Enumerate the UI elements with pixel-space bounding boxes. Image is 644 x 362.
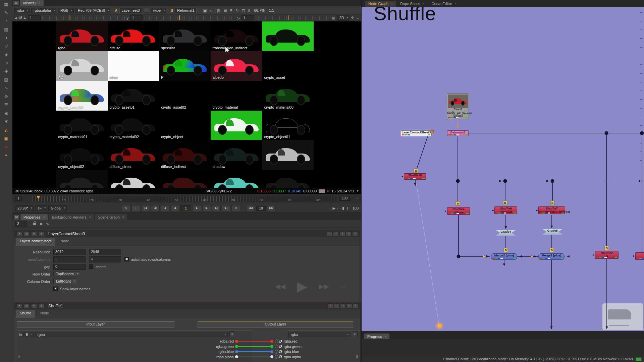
list-icon[interactable]: ≡	[352, 331, 358, 337]
list-icon[interactable]: ≡	[229, 331, 235, 337]
pane-menu-icon[interactable]: ▤	[13, 215, 19, 220]
roi-icon[interactable]: ▣	[203, 8, 207, 13]
range-end-field[interactable]: 100	[339, 196, 350, 201]
channel-dot[interactable]	[270, 350, 273, 353]
deep-tools-icon[interactable]: ⊚	[0, 92, 12, 101]
channel-dot[interactable]	[235, 345, 238, 348]
rows-field[interactable]: 3	[53, 256, 86, 262]
input-a-field[interactable]: Laye...eet3	[119, 8, 142, 13]
close-icon[interactable]: ×	[422, 2, 424, 5]
colorpick-icon[interactable]: □	[327, 231, 332, 236]
drag-grip[interactable]: ⠿	[18, 355, 20, 359]
close-icon[interactable]: ×	[391, 2, 393, 5]
close-icon[interactable]: ×	[122, 216, 124, 219]
wipe-select[interactable]: wipe	[151, 8, 166, 13]
plugin-b-icon[interactable]: ▣	[0, 134, 12, 142]
gap-field[interactable]: 0	[53, 264, 86, 270]
3d-tools-icon[interactable]: ▧	[0, 75, 12, 84]
grid-icon[interactable]: ⊞	[332, 16, 335, 20]
transport-button[interactable]: ▶|	[222, 205, 230, 211]
fps-select[interactable]: 23.98*	[15, 205, 34, 211]
split-icon[interactable]: ⊟	[224, 8, 227, 13]
proxy-icon[interactable]: ◻	[242, 8, 245, 13]
prev-icon[interactable]: ◀	[14, 16, 17, 20]
auto-rows-checkbox[interactable]: ✖	[124, 257, 129, 261]
in-source-select[interactable]: B	[23, 332, 33, 337]
lock-icon[interactable]: ▮	[342, 206, 344, 210]
channel-toggle[interactable]	[275, 345, 278, 348]
plugin-d-icon[interactable]: ●	[0, 151, 12, 159]
close-icon[interactable]: ×	[39, 1, 41, 5]
resolution-height-field[interactable]: 2048	[89, 249, 121, 255]
float-icon[interactable]: ⇄	[31, 231, 37, 236]
close-icon[interactable]: ×	[385, 335, 386, 338]
pan-icon[interactable]: ✣	[351, 16, 354, 20]
colorspace-select[interactable]: Rec.709 (ACES)	[75, 8, 110, 13]
framerange-select[interactable]: Global	[48, 205, 67, 211]
gain-slider[interactable]	[42, 16, 125, 20]
manage-icon[interactable]: ψ	[39, 231, 44, 236]
format-icon[interactable]: ▭	[210, 8, 214, 13]
frame-dec-button[interactable]: ◀◀	[246, 205, 255, 211]
close-icon[interactable]: ×	[352, 231, 358, 236]
timeline-ruler[interactable]: 1102030405060708090100	[32, 196, 336, 202]
node-Read6[interactable]: Read6Studio_car_02.1.exr(default)	[447, 94, 469, 119]
input-layer-select[interactable]: rgba	[35, 332, 228, 337]
resolution-width-field[interactable]: 3072	[53, 249, 86, 255]
draw-tools-icon[interactable]: ✎	[0, 8, 12, 17]
center-icon[interactable]: ◎	[24, 303, 30, 308]
collapse-icon[interactable]: ▼	[16, 231, 22, 236]
close-icon[interactable]: ×	[353, 303, 359, 308]
node-Shuffle4[interactable]: Shuffle4diffuse▸	[447, 207, 470, 215]
gamma-field[interactable]: 1	[130, 15, 143, 20]
refresh-icon[interactable]: ↻	[235, 8, 239, 13]
node-graph-canvas[interactable]: Shuffle Read6Studio_car_02.1.exr(default…	[362, 7, 644, 331]
channel-toggle[interactable]	[275, 355, 278, 359]
transport-button[interactable]: ▶	[193, 205, 201, 211]
gamma-slider[interactable]	[145, 16, 235, 20]
help-icon[interactable]: ?	[340, 303, 346, 308]
layer-select[interactable]: rgba	[14, 8, 30, 13]
output-layer-select[interactable]: rgba	[288, 332, 350, 337]
float-icon[interactable]: ⇄	[31, 303, 37, 308]
row-order-select[interactable]: TopBottom	[53, 271, 80, 277]
channel-dot[interactable]	[235, 355, 238, 358]
node-color-icon[interactable]: ■	[327, 303, 333, 308]
columns-field[interactable]: 4	[89, 256, 121, 262]
timecode-select[interactable]: TF	[35, 205, 47, 211]
tab-dope-sheet[interactable]: Dope Sheet ×	[397, 1, 427, 7]
show-layer-names-checkbox[interactable]: ✖	[53, 287, 58, 291]
gain-field[interactable]: 1	[28, 15, 41, 20]
edit-icon[interactable]: ✎	[46, 222, 49, 226]
particles-tools-icon[interactable]: ∿	[0, 84, 12, 92]
input-b-field[interactable]: Reformat1	[175, 8, 197, 13]
range-menu-icon[interactable]: ⌄	[356, 196, 359, 200]
next-icon[interactable]: ▶	[24, 16, 26, 20]
manage-icon[interactable]: ψ	[39, 303, 44, 308]
s-slider[interactable]	[256, 16, 330, 20]
toolsets-icon[interactable]: ✱	[0, 117, 12, 126]
channel-toggle[interactable]	[275, 350, 278, 354]
channel-dot[interactable]	[270, 355, 273, 358]
frame-increment-field[interactable]: 10	[256, 206, 266, 211]
tab-background-renders[interactable]: Background Renders ×	[49, 214, 94, 220]
s-field[interactable]: 1	[241, 15, 254, 20]
filter-tools-icon[interactable]: ▽	[0, 42, 12, 50]
chevron-down-icon[interactable]: ▾	[357, 189, 359, 193]
menu-icon[interactable]: ≡	[230, 8, 232, 13]
current-frame-field[interactable]: 1	[180, 205, 191, 211]
range-start-field[interactable]: 1	[15, 196, 22, 201]
pause-icon[interactable]: ‖	[248, 8, 250, 13]
channel-dot[interactable]	[235, 350, 238, 353]
tab-node[interactable]: Node	[36, 310, 53, 318]
t ab-scene-graph[interactable]: Scene Graph ×	[95, 214, 127, 220]
float-icon[interactable]: ⇄	[346, 303, 352, 308]
center-checkbox[interactable]	[89, 264, 93, 269]
plugin-c-icon[interactable]: ◆	[0, 142, 12, 151]
tab-curve-editor[interactable]: Curve Editor ×	[428, 1, 460, 7]
tab-viewer1[interactable]: Viewer1 ×	[20, 0, 44, 6]
close-icon[interactable]: ×	[89, 216, 91, 219]
transport-button[interactable]: O	[231, 205, 240, 211]
plugin-a-icon[interactable]: ◭	[0, 126, 12, 134]
collapse-icon[interactable]: ▼	[16, 303, 22, 308]
